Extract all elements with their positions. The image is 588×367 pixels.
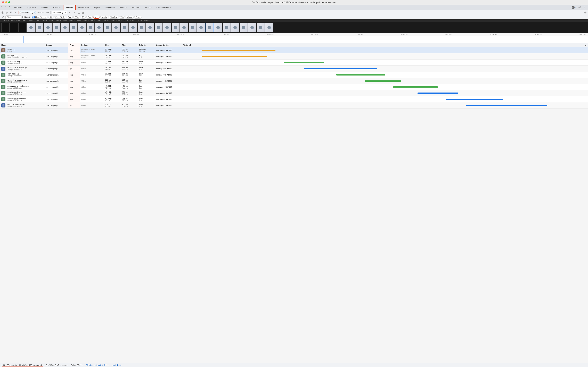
table-row[interactable]: react-compiler-working.png /images/2024/… — [0, 96, 588, 102]
film-frame[interactable] — [52, 23, 60, 32]
film-frame[interactable] — [206, 23, 214, 32]
film-frame[interactable] — [146, 23, 154, 32]
tab-network[interactable]: Network — [63, 5, 76, 10]
film-frame[interactable] — [231, 23, 239, 32]
td-type: png — [68, 84, 80, 90]
chip-ws[interactable]: WS — [119, 16, 125, 18]
film-frame[interactable] — [112, 23, 120, 32]
tab-memory[interactable]: Memory — [117, 5, 129, 10]
film-frame[interactable] — [1, 23, 9, 32]
table-row[interactable]: react-compiler-pic.png /images/2024/nadi… — [0, 90, 588, 96]
film-frame[interactable] — [257, 23, 265, 32]
tab-application[interactable]: Application — [24, 5, 39, 10]
filter-funnel-icon[interactable] — [1, 16, 4, 19]
film-frame[interactable] — [248, 23, 256, 32]
filter-button[interactable] — [9, 11, 13, 14]
film-frame[interactable] — [78, 23, 86, 32]
film-frame[interactable] — [188, 23, 197, 32]
film-frame[interactable] — [265, 23, 273, 32]
film-frame[interactable] — [86, 23, 95, 32]
chip-manifest[interactable]: Manifest — [109, 16, 118, 18]
film-frame[interactable] — [10, 23, 18, 32]
film-frame[interactable] — [103, 23, 112, 32]
film-frame[interactable] — [163, 23, 171, 32]
film-frame[interactable] — [137, 23, 146, 32]
invert-checkbox[interactable]: Invert — [23, 16, 30, 18]
film-frame[interactable] — [154, 23, 163, 32]
table-row[interactable]: nadia.jpg /photos calendar.perfpl...jpeg… — [0, 47, 588, 53]
film-frame[interactable] — [240, 23, 248, 32]
devtools-menu-icon[interactable] — [0, 5, 4, 8]
tab-security[interactable]: Security — [142, 5, 154, 10]
tab-console[interactable]: Console — [51, 5, 63, 10]
close-button[interactable] — [2, 1, 4, 3]
chip-font[interactable]: Font — [86, 16, 93, 18]
more-options-icon[interactable] — [583, 6, 587, 9]
clear-button[interactable] — [5, 11, 8, 14]
table-area[interactable]: nadia.jpg /photos calendar.perfpl...jpeg… — [0, 47, 588, 363]
film-frame-avatar — [55, 26, 58, 29]
maximize-button[interactable] — [8, 1, 10, 3]
table-row[interactable]: wpclogo.png /wp-content/themes/wpc2 cale… — [0, 53, 588, 59]
tab-lighthouse[interactable]: Lighthouse — [103, 5, 117, 10]
inspect-icon[interactable] — [4, 5, 8, 8]
film-frame[interactable] — [18, 23, 26, 32]
tab-css-overview[interactable]: CSS overview ↗ — [154, 5, 174, 10]
search-button[interactable] — [13, 11, 17, 14]
chip-doc[interactable]: Doc — [67, 16, 73, 18]
wifi-icon[interactable] — [73, 11, 76, 14]
table-row[interactable]: re-renders-in-motion.gif /images/2024/na… — [0, 66, 588, 72]
film-frame[interactable] — [120, 23, 129, 32]
filter-input[interactable] — [7, 16, 20, 18]
minimize-button[interactable] — [5, 1, 7, 3]
film-frame[interactable] — [197, 23, 205, 32]
film-frame[interactable] — [44, 23, 52, 32]
file-name: nadia.jpg — [8, 48, 15, 50]
badge-icon[interactable]: 1 — [571, 6, 576, 9]
film-frame[interactable] — [214, 23, 222, 32]
table-row[interactable]: compiler-in-motion.gif /images/2024/nadi… — [0, 102, 588, 108]
film-frame[interactable] — [223, 23, 231, 32]
td-initiator: Other — [80, 66, 104, 72]
film-frame[interactable] — [27, 23, 35, 32]
chip-js[interactable]: JS — [81, 16, 86, 18]
tab-elements[interactable]: Elements — [11, 5, 24, 10]
throttle-dropdown-icon[interactable] — [67, 11, 71, 14]
settings-icon[interactable] — [578, 6, 581, 9]
film-frame[interactable] — [171, 23, 180, 32]
throttle-select[interactable]: No throttling — [51, 11, 67, 14]
record-stop-button[interactable] — [1, 11, 4, 14]
td-domain: calendar.perfpl... — [44, 47, 68, 53]
tab-layers[interactable]: Layers — [92, 5, 103, 10]
upload-icon[interactable] — [77, 11, 81, 14]
chip-fetch-xhr[interactable]: Fetch/XHR — [54, 16, 66, 18]
chip-wasm[interactable]: Wasm — [126, 16, 134, 18]
film-frame[interactable] — [180, 23, 188, 32]
tab-sources[interactable]: Sources — [39, 5, 51, 10]
chip-media[interactable]: Media — [100, 16, 108, 18]
more-filters-button[interactable]: 2 More filters — [31, 16, 48, 18]
film-frame[interactable] — [129, 23, 137, 32]
film-frame[interactable] — [35, 23, 43, 32]
table-row[interactable]: re-renders.png /images/2024/nadia calend… — [0, 59, 588, 66]
table-row[interactable]: app-under-re-renders.png /images/2024/na… — [0, 84, 588, 90]
download-icon[interactable] — [81, 11, 85, 14]
chip-other[interactable]: Other — [134, 16, 142, 18]
device-icon[interactable] — [8, 5, 11, 8]
chip-all[interactable]: All — [49, 16, 53, 18]
table-row[interactable]: re-renders-stopped.png /images/2024/nadi… — [0, 78, 588, 84]
main-content: Name Domain Type Initiator Size Time Pri… — [0, 43, 588, 363]
tab-performance[interactable]: Performance — [76, 5, 92, 10]
film-frame[interactable] — [69, 23, 78, 32]
disable-cache-checkbox[interactable]: Disable cache — [34, 12, 49, 14]
network-settings-icon[interactable] — [584, 11, 587, 14]
table-row[interactable]: slow-app.png /images/2024/nadia calendar… — [0, 72, 588, 78]
status-load: Load: 1.49 s — [112, 364, 122, 366]
chip-img[interactable]: Img — [93, 16, 100, 19]
preserve-log-checkbox[interactable]: Preserve log — [19, 11, 34, 14]
chip-css[interactable]: CSS — [73, 16, 80, 18]
tab-recorder[interactable]: Recorder — [129, 5, 142, 10]
film-frame[interactable] — [61, 23, 69, 32]
film-frame[interactable] — [95, 23, 103, 32]
film-frame-inner — [129, 23, 137, 32]
